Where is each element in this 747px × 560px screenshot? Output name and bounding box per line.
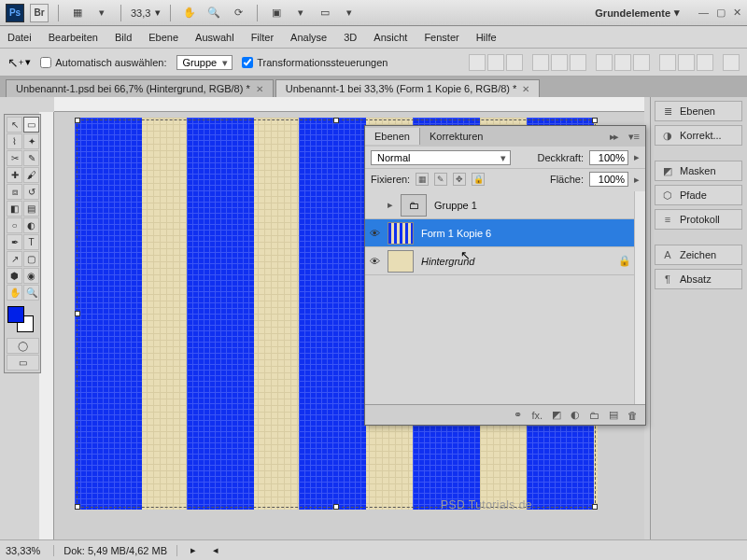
workspace-selector[interactable]: Grundelemente▾ <box>595 7 680 19</box>
status-zoom[interactable]: 33,33% <box>6 545 40 556</box>
visibility-toggle[interactable]: 👁 <box>365 256 384 267</box>
history-brush-tool[interactable]: ↺ <box>23 184 39 200</box>
scroll-left-icon[interactable]: ◂ <box>213 544 218 556</box>
menu-datei[interactable]: Datei <box>7 32 32 43</box>
move-tool[interactable]: ↖ <box>7 117 22 133</box>
tab-korrekturen[interactable]: Korrekturen <box>420 128 492 145</box>
marquee-tool[interactable]: ▭ <box>23 117 39 133</box>
layer-name[interactable]: Form 1 Kopie 6 <box>417 228 634 239</box>
zoom-level[interactable]: 33,3 ▾ <box>131 7 161 19</box>
distribute-btn[interactable] <box>614 54 631 71</box>
align-btn[interactable] <box>551 54 568 71</box>
opacity-input[interactable]: 100% <box>589 150 628 165</box>
menu-ebene[interactable]: Ebene <box>148 32 178 43</box>
screen-mode-toggle[interactable]: ▭ <box>7 355 39 371</box>
blend-mode-select[interactable]: Normal <box>371 150 511 165</box>
panel-menu-icon[interactable]: ▾≡ <box>623 131 645 143</box>
3d-camera-tool[interactable]: ◉ <box>23 268 39 284</box>
layer-thumbnail[interactable] <box>388 222 414 245</box>
close-tab-icon[interactable]: ✕ <box>256 84 263 94</box>
minimize-icon[interactable]: — <box>698 7 709 19</box>
lock-position-icon[interactable]: ✥ <box>453 173 466 186</box>
new-group-icon[interactable]: 🗀 <box>589 410 599 421</box>
eraser-tool[interactable]: ◧ <box>7 201 22 217</box>
menu-analyse[interactable]: Analyse <box>290 32 327 43</box>
arrange-docs-icon[interactable]: ▣ <box>267 4 286 22</box>
shape-tool[interactable]: ▢ <box>23 251 39 267</box>
lasso-tool[interactable]: ⌇ <box>7 133 22 149</box>
dropdown-icon[interactable]: ▾ <box>340 4 359 22</box>
menu-3d[interactable]: 3D <box>344 32 357 43</box>
align-btn[interactable] <box>506 54 523 71</box>
ruler-vertical[interactable] <box>39 112 54 539</box>
menu-ansicht[interactable]: Ansicht <box>374 32 407 43</box>
close-tab-icon[interactable]: ✕ <box>522 84 529 94</box>
3d-tool[interactable]: ⬢ <box>7 268 22 284</box>
blur-tool[interactable]: ○ <box>7 217 22 233</box>
quick-mask-toggle[interactable]: ◯ <box>7 338 39 354</box>
expand-group-icon[interactable]: ▸ <box>384 199 397 211</box>
align-btn[interactable] <box>570 54 586 71</box>
stamp-tool[interactable]: ⧈ <box>7 184 22 200</box>
tab-ebenen[interactable]: Ebenen <box>365 128 420 145</box>
opacity-slider-icon[interactable]: ▸ <box>634 151 640 163</box>
align-btn[interactable] <box>532 54 549 71</box>
layer-thumbnail[interactable] <box>388 250 414 273</box>
menu-bild[interactable]: Bild <box>115 32 132 43</box>
layer-name[interactable]: Gruppe 1 <box>430 200 634 211</box>
align-btn[interactable] <box>469 54 486 71</box>
distribute-btn[interactable] <box>659 54 676 71</box>
screen-mode-icon[interactable]: ▭ <box>316 4 334 22</box>
close-icon[interactable]: ✕ <box>733 7 741 19</box>
pen-tool[interactable]: ✒ <box>7 234 22 250</box>
menu-fenster[interactable]: Fenster <box>424 32 458 43</box>
layer-name[interactable]: Hintergrund <box>417 256 615 267</box>
hand-tool[interactable]: ✋ <box>7 285 22 301</box>
link-layers-icon[interactable]: ⚭ <box>514 409 522 421</box>
gradient-tool[interactable]: ▤ <box>23 201 39 217</box>
rotate-view-icon[interactable]: ⟳ <box>229 4 247 22</box>
document-tab[interactable]: Unbenannt-1.psd bei 66,7% (Hintergrund, … <box>6 79 274 97</box>
dock-pfade[interactable]: ⬡Pfade <box>655 185 742 205</box>
adjustment-layer-icon[interactable]: ◐ <box>571 409 580 421</box>
transform-controls-checkbox[interactable]: Transformationssteuerungen <box>242 57 388 68</box>
eyedropper-tool[interactable]: ✎ <box>23 150 39 166</box>
document-tab[interactable]: Unbenannt-1 bei 33,3% (Form 1 Kopie 6, R… <box>275 79 541 97</box>
color-swatches[interactable] <box>7 305 39 337</box>
new-layer-icon[interactable]: ▤ <box>609 409 618 421</box>
zoom-tool-icon[interactable]: 🔍 <box>204 4 223 22</box>
dock-masken[interactable]: ◩Masken <box>655 161 742 181</box>
layer-row-shape[interactable]: 👁 Form 1 Kopie 6 <box>365 219 634 247</box>
fill-slider-icon[interactable]: ▸ <box>634 174 640 186</box>
healing-tool[interactable]: ✚ <box>7 167 22 183</box>
type-tool[interactable]: T <box>23 234 39 250</box>
dock-absatz[interactable]: ¶Absatz <box>655 269 742 289</box>
distribute-btn[interactable] <box>678 54 695 71</box>
auto-select-target[interactable]: Gruppe <box>176 55 233 70</box>
move-tool-indicator[interactable]: ↖+▾ <box>7 55 31 70</box>
align-btn[interactable] <box>487 54 504 71</box>
maximize-icon[interactable]: ▢ <box>716 7 726 19</box>
dock-zeichen[interactable]: AZeichen <box>655 245 742 265</box>
delete-layer-icon[interactable]: 🗑 <box>627 410 638 421</box>
foreground-color-swatch[interactable] <box>7 306 24 323</box>
zoom-tool[interactable]: 🔍 <box>23 285 39 301</box>
distribute-btn[interactable] <box>697 54 713 71</box>
menu-auswahl[interactable]: Auswahl <box>195 32 234 43</box>
auto-align-btn[interactable] <box>723 54 740 71</box>
lock-pixels-icon[interactable]: ✎ <box>434 173 447 186</box>
status-docinfo[interactable]: Dok: 5,49 MB/4,62 MB <box>53 545 177 556</box>
layer-scrollbar[interactable] <box>634 191 645 404</box>
menu-filter[interactable]: Filter <box>251 32 274 43</box>
visibility-toggle[interactable]: 👁 <box>365 228 384 239</box>
dock-ebenen[interactable]: ≣Ebenen <box>655 101 742 121</box>
crop-tool[interactable]: ✂ <box>7 150 22 166</box>
dropdown-icon[interactable]: ▾ <box>92 4 111 22</box>
layer-mask-icon[interactable]: ◩ <box>552 409 561 421</box>
dock-korrekturen[interactable]: ◑Korrekt... <box>655 125 742 146</box>
ruler-horizontal[interactable] <box>54 97 644 112</box>
layer-row-group[interactable]: ▸ 🗀 Gruppe 1 <box>365 191 634 219</box>
layer-fx-icon[interactable]: fx. <box>531 410 543 421</box>
bridge-logo-icon[interactable]: Br <box>30 4 49 22</box>
auto-select-checkbox[interactable]: Automatisch auswählen: <box>40 57 166 68</box>
